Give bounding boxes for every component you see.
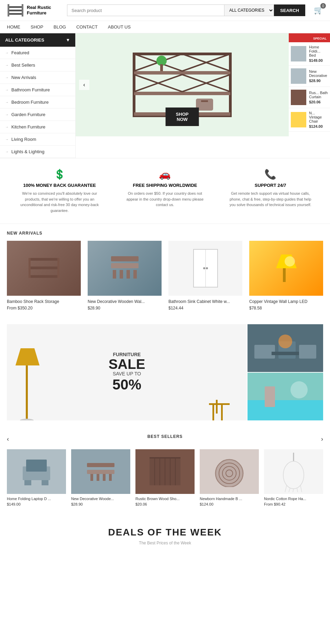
svg-rect-63	[90, 474, 93, 481]
svg-rect-59	[42, 480, 48, 485]
sale-text: FURNITURE SALE SAVE UP TO 50%	[109, 352, 145, 393]
sidebar-item-featured[interactable]: → Featured	[0, 47, 75, 59]
bs-product-image-2	[135, 449, 195, 494]
svg-rect-64	[97, 474, 99, 481]
sidebar-item-livingroom[interactable]: → Living Room	[0, 133, 75, 146]
search-input[interactable]	[67, 4, 224, 16]
best-sellers-title: BEST SELLERS	[147, 434, 183, 439]
sidebar-item-bestsellers[interactable]: → Best Sellers	[0, 59, 75, 71]
wall-hooks-svg	[84, 456, 118, 487]
svg-rect-19	[160, 64, 163, 71]
sale-decor-svg	[202, 393, 236, 420]
best-sellers-section: ‹ BEST SELLERS › Home Folding Laptop D .…	[0, 427, 330, 513]
sidebar-item-kitchen[interactable]: → Kitchen Furniture	[0, 121, 75, 133]
sidebar-item-garden[interactable]: → Garden Furniture	[0, 109, 75, 121]
svg-point-35	[203, 267, 205, 269]
svg-rect-65	[103, 474, 106, 481]
svg-rect-51	[272, 352, 299, 355]
logo-icon	[7, 3, 24, 17]
product-image-bathroom	[168, 241, 242, 296]
svg-line-84	[300, 485, 302, 492]
nav-item-shop[interactable]: SHOP	[31, 21, 43, 33]
outdoor-furniture-svg	[248, 324, 323, 372]
benefit-support: 📞 SUPPORT 24/7 Get remote tech support v…	[229, 169, 312, 213]
bs-product-card-3[interactable]: Newborn Handmade B ... $124.00	[200, 449, 259, 506]
hero-area: ‹	[76, 33, 330, 136]
bs-product-card-0[interactable]: Home Folding Laptop D ... $149.00	[7, 449, 66, 506]
benefit-shipping: 🚗 FREE SHIPPING WORLDWIDE On orders over…	[124, 169, 206, 213]
svg-rect-60	[26, 460, 47, 472]
svg-rect-32	[133, 270, 137, 279]
search-button[interactable]: SEARCH	[274, 4, 305, 16]
svg-line-83	[297, 488, 298, 492]
chevron-down-icon: ▼	[66, 37, 70, 43]
svg-line-80	[285, 485, 287, 492]
featured-item-3[interactable]: N... Vintage Chair $124.00	[289, 108, 330, 132]
product-card-decorative[interactable]: New Decorative Wooden Wal... $28.90	[88, 241, 162, 310]
svg-point-39	[285, 256, 295, 267]
header: Real Rustic Furniture ALL CATEGORIES SEA…	[0, 0, 330, 21]
sidebar-item-bathroom[interactable]: → Bathroom Furniture	[0, 84, 75, 96]
bs-product-image-1	[71, 449, 130, 494]
sale-image-outdoor2[interactable]	[248, 373, 323, 420]
svg-rect-30	[120, 270, 123, 279]
sidebar-item-lights[interactable]: → Lights & Lighting	[0, 146, 75, 158]
svg-line-81	[289, 488, 290, 492]
nav-item-about[interactable]: ABOUT US	[108, 21, 131, 33]
outdoor-pool-svg	[248, 373, 323, 420]
best-sellers-prev-button[interactable]: ‹	[7, 436, 9, 443]
new-arrivals-title: NEW ARRIVALS	[7, 231, 323, 236]
sidebar-menu: → Featured → Best Sellers → New Arrivals…	[0, 47, 75, 158]
sidebar-item-bedroom[interactable]: → Bedroom Furniture	[0, 96, 75, 109]
svg-rect-58	[24, 480, 31, 485]
featured-item-info-1: New Decorative $28.90	[309, 69, 328, 83]
svg-rect-21	[201, 100, 208, 102]
svg-marker-41	[15, 348, 40, 365]
search-area: ALL CATEGORIES SEARCH	[67, 4, 305, 16]
product-card-bamboo[interactable]: Bamboo Shoe Rack Storage From $350.20	[7, 241, 81, 310]
svg-rect-50	[299, 345, 316, 359]
bs-product-card-4[interactable]: Nordic Cotton Rope Ha... From $90.42	[264, 449, 323, 506]
chair-svg	[212, 456, 246, 487]
nav-item-home[interactable]: HOME	[7, 21, 20, 33]
arrow-icon: →	[5, 100, 9, 104]
sidebar: ALL CATEGORIES ▼ → Featured → Best Selle…	[0, 33, 76, 158]
nav-item-contact[interactable]: CONTACT	[76, 21, 98, 33]
featured-item-1[interactable]: New Decorative $28.90	[289, 66, 330, 87]
best-sellers-grid: Home Folding Laptop D ... $149.00 New De…	[7, 449, 323, 506]
benefits-section: 💲 100% MONEY BACK GUARANTEE We're so con…	[0, 158, 330, 224]
arrow-icon: →	[5, 113, 9, 116]
best-sellers-next-button[interactable]: ›	[321, 436, 323, 443]
featured-item-2[interactable]: Rus... Bath Curtain $20.06	[289, 87, 330, 108]
cart-area[interactable]: 🛒 0	[314, 6, 323, 15]
navigation: HOME SHOP BLOG CONTACT ABOUT US	[0, 21, 330, 33]
featured-item-image-1	[291, 68, 306, 84]
sale-image-outdoor1[interactable]	[248, 324, 323, 372]
svg-rect-62	[87, 470, 114, 474]
product-card-lamp[interactable]: Copper Vintage Wall Lamp LED $78.58	[249, 241, 323, 310]
shop-now-button[interactable]: SHOPNOW	[166, 108, 199, 126]
bs-product-card-1[interactable]: New Decorative Woode... $28.90	[71, 449, 130, 506]
product-image-lamp	[249, 241, 323, 296]
hero-prev-button[interactable]: ‹	[79, 80, 89, 90]
svg-rect-8	[134, 92, 230, 95]
svg-rect-24	[29, 258, 59, 261]
bs-product-card-2[interactable]: Rustic Brown Wood Sho... $20.06	[135, 449, 195, 506]
benefit-money-back: 💲 100% MONEY BACK GUARANTEE We're so con…	[18, 169, 101, 213]
nav-item-blog[interactable]: BLOG	[54, 21, 66, 33]
svg-rect-44	[212, 405, 214, 420]
sidebar-item-newarrivals[interactable]: → New Arrivals	[0, 71, 75, 84]
featured-item-0[interactable]: Home Foldi... Bed $149.00	[289, 42, 330, 66]
bamboo-shelf-svg	[27, 255, 61, 282]
svg-point-52	[278, 335, 292, 348]
category-select[interactable]: ALL CATEGORIES	[224, 4, 274, 16]
svg-rect-25	[29, 258, 31, 278]
product-image-decorative	[88, 241, 162, 296]
svg-rect-54	[248, 400, 323, 420]
svg-rect-27	[111, 256, 139, 261]
svg-rect-66	[109, 474, 112, 481]
sidebar-header[interactable]: ALL CATEGORIES ▼	[0, 33, 75, 47]
svg-rect-61	[87, 463, 114, 467]
product-card-bathroom[interactable]: Bathroom Sink Cabinet White w... $124.44	[168, 241, 242, 310]
featured-item-image-3	[291, 112, 306, 127]
